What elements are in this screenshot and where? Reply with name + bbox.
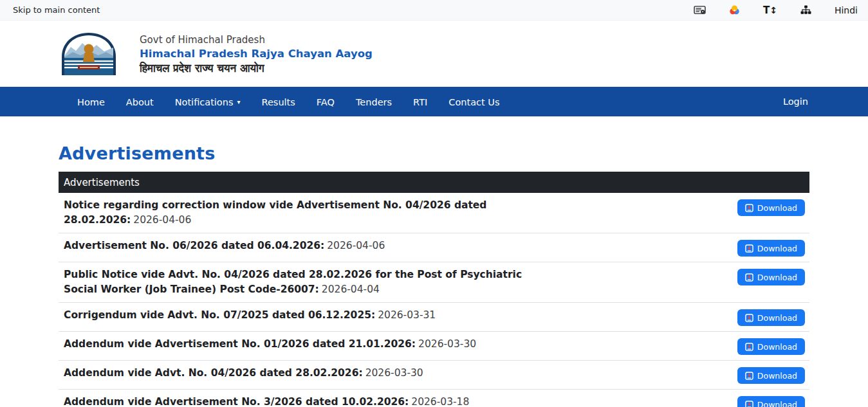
download-cell: Download bbox=[737, 337, 805, 355]
nav-item-faq[interactable]: FAQ bbox=[317, 97, 335, 107]
nav-item-about[interactable]: About bbox=[126, 97, 154, 107]
nav-item-notifications[interactable]: Notifications ▾ bbox=[175, 97, 241, 107]
download-button-label: Download bbox=[757, 273, 797, 282]
download-button[interactable]: Download bbox=[737, 269, 805, 285]
download-cell: Download bbox=[737, 366, 805, 384]
nav-item-label: Home bbox=[77, 97, 105, 107]
nav-item-label: Contact Us bbox=[448, 97, 499, 107]
language-toggle-hindi[interactable]: Hindi bbox=[835, 5, 858, 15]
login-link[interactable]: Login bbox=[783, 96, 809, 107]
advertisement-row: Addendum vide Advertisement No. 3/2026 d… bbox=[59, 390, 809, 407]
site-titles: Govt of Himachal Pradesh Himachal Prades… bbox=[140, 34, 373, 75]
advertisement-date: 2026-03-30 bbox=[418, 338, 476, 350]
advertisement-row: Advertisement No. 06/2026 dated 06.04.20… bbox=[59, 233, 809, 262]
advertisement-text: Addendum vide Advertisement No. 3/2026 d… bbox=[64, 395, 543, 407]
site-name-link[interactable]: Himachal Pradesh Rajya Chayan Aayog bbox=[140, 48, 373, 60]
download-cell: Download bbox=[737, 308, 805, 326]
nav-item-rti[interactable]: RTI bbox=[413, 97, 427, 107]
nav-item-contact-us[interactable]: Contact Us bbox=[448, 97, 499, 107]
color-theme-icon[interactable] bbox=[729, 5, 740, 15]
download-button[interactable]: Download bbox=[737, 396, 805, 407]
hprca-logo bbox=[59, 29, 119, 79]
nav-item-tenders[interactable]: Tenders bbox=[356, 97, 392, 107]
advertisement-text: Advertisement No. 06/2026 dated 06.04.20… bbox=[64, 239, 543, 253]
text-size-letter: T bbox=[763, 5, 770, 16]
nav-item-label: Tenders bbox=[356, 97, 392, 107]
nav-list-item: Home bbox=[77, 96, 105, 108]
nav-item-label: About bbox=[126, 97, 154, 107]
advertisement-date: 2026-04-04 bbox=[322, 284, 380, 295]
download-icon bbox=[745, 314, 753, 322]
download-button[interactable]: Download bbox=[737, 199, 805, 216]
advertisement-date: 2026-03-18 bbox=[411, 396, 469, 407]
nav-item-label: Notifications bbox=[175, 97, 234, 107]
nav-item-label: RTI bbox=[413, 97, 427, 107]
accessibility-tools: T↕ Hindi bbox=[694, 5, 858, 16]
download-icon bbox=[745, 244, 753, 253]
advertisement-text: Notice regarding correction window vide … bbox=[64, 198, 543, 228]
download-icon bbox=[745, 372, 753, 380]
advertisement-title: Advertisement No. 06/2026 dated 06.04.20… bbox=[64, 240, 324, 251]
download-button-label: Download bbox=[757, 244, 797, 253]
nav-item-label: Results bbox=[262, 97, 295, 107]
download-button-label: Download bbox=[757, 313, 797, 323]
download-button-label: Download bbox=[757, 203, 797, 213]
site-name-hindi: हिमाचल प्रदेश राज्य चयन आयोग bbox=[140, 62, 373, 75]
page-title: Advertisements bbox=[59, 143, 809, 163]
nav-list-item: About bbox=[126, 96, 154, 108]
screen-reader-icon[interactable] bbox=[694, 5, 706, 15]
nav-item-results[interactable]: Results bbox=[262, 97, 295, 107]
text-size-icon[interactable]: T↕ bbox=[763, 5, 777, 16]
nav-list-item: Results bbox=[262, 96, 295, 108]
download-cell: Download bbox=[737, 198, 805, 216]
nav-list-item: RTI bbox=[413, 96, 427, 108]
download-button-label: Download bbox=[757, 371, 797, 381]
download-button[interactable]: Download bbox=[737, 367, 805, 384]
advertisement-text: Addendum vide Advt. No. 04/2026 dated 28… bbox=[64, 366, 543, 381]
download-button[interactable]: Download bbox=[737, 309, 805, 326]
download-button-label: Download bbox=[757, 400, 797, 407]
advertisement-date: 2026-03-30 bbox=[365, 367, 423, 379]
advertisement-text: Public Notice vide Advt. No. 04/2026 dat… bbox=[64, 267, 543, 297]
advertisement-title: Addendum vide Advt. No. 04/2026 dated 28… bbox=[64, 367, 363, 379]
download-cell: Download bbox=[737, 239, 805, 257]
advertisement-title: Addendum vide Advertisement No. 3/2026 d… bbox=[64, 396, 409, 407]
download-cell: Download bbox=[737, 267, 805, 285]
advertisement-title: Corrigendum vide Advt. No. 07/2025 dated… bbox=[64, 309, 375, 321]
advertisement-text: Addendum vide Advertisement No. 01/2026 … bbox=[64, 337, 543, 352]
chevron-down-icon: ▾ bbox=[237, 99, 240, 105]
table-header: Advertisements bbox=[59, 172, 809, 193]
advertisement-row: Notice regarding correction window vide … bbox=[59, 193, 809, 233]
advertisement-title: Notice regarding correction window vide … bbox=[64, 199, 486, 226]
nav-list-item: FAQ bbox=[317, 96, 335, 108]
advertisement-row: Addendum vide Advertisement No. 01/2026 … bbox=[59, 332, 809, 361]
nav-item-home[interactable]: Home bbox=[77, 97, 105, 107]
nav-list: Home About Notifications ▾ Results FAQ T… bbox=[59, 96, 499, 108]
advertisement-text: Corrigendum vide Advt. No. 07/2025 dated… bbox=[64, 308, 543, 323]
advertisement-title: Addendum vide Advertisement No. 01/2026 … bbox=[64, 338, 416, 350]
sitemap-icon[interactable] bbox=[800, 5, 811, 15]
advertisement-row: Addendum vide Advt. No. 04/2026 dated 28… bbox=[59, 361, 809, 390]
nav-list-item: Notifications ▾ bbox=[175, 96, 241, 108]
advertisement-list: Notice regarding correction window vide … bbox=[59, 193, 809, 407]
advertisement-date: 2026-04-06 bbox=[327, 240, 385, 251]
skip-to-main-content-link[interactable]: Skip to main content bbox=[13, 5, 100, 15]
site-header: Govt of Himachal Pradesh Himachal Prades… bbox=[0, 21, 868, 87]
nav-list-item: Contact Us bbox=[448, 96, 499, 108]
download-icon bbox=[745, 343, 753, 351]
main-navigation: Home About Notifications ▾ Results FAQ T… bbox=[0, 87, 868, 116]
govt-line: Govt of Himachal Pradesh bbox=[140, 34, 373, 46]
top-utility-bar: Skip to main content T↕ bbox=[0, 0, 868, 21]
download-button[interactable]: Download bbox=[737, 338, 805, 355]
advertisement-date: 2026-03-31 bbox=[378, 309, 436, 321]
download-button[interactable]: Download bbox=[737, 240, 805, 257]
download-icon bbox=[745, 401, 753, 407]
download-button-label: Download bbox=[757, 342, 797, 352]
nav-item-label: FAQ bbox=[317, 97, 335, 107]
advertisements-table: Advertisements Notice regarding correcti… bbox=[59, 172, 809, 407]
advertisement-title: Public Notice vide Advt. No. 04/2026 dat… bbox=[64, 269, 522, 295]
text-size-arrows: ↕ bbox=[770, 5, 777, 15]
download-icon bbox=[745, 204, 753, 212]
advertisement-row: Public Notice vide Advt. No. 04/2026 dat… bbox=[59, 262, 809, 303]
advertisement-date: 2026-04-06 bbox=[133, 214, 191, 226]
